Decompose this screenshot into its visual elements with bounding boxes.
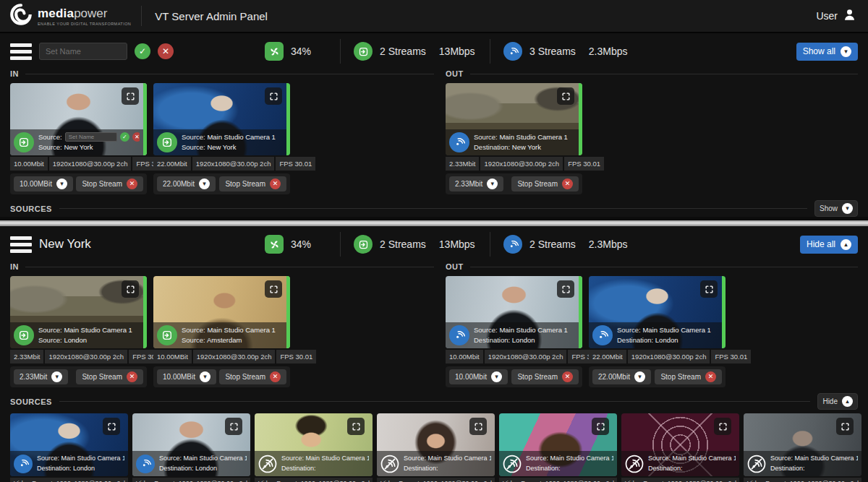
- in-streams-summary: 2 Streams13Mbps: [341, 42, 490, 61]
- mediapower-logo: mediapower ENABLE YOUR DIGITAL TRANSFORM…: [0, 0, 141, 32]
- user-label: User: [816, 10, 838, 22]
- cancel-source-name-icon[interactable]: ✕: [132, 132, 140, 142]
- stop-x-icon: ✕: [270, 178, 281, 189]
- cpu-usage: 34%: [265, 42, 340, 61]
- source-name-input[interactable]: [65, 132, 117, 142]
- cancel-name-button[interactable]: ✕: [158, 43, 174, 59]
- app-header: mediapower ENABLE YOUR DIGITAL TRANSFORM…: [0, 0, 868, 33]
- server-menu-icon[interactable]: [10, 43, 32, 60]
- fullscreen-icon[interactable]: [347, 418, 365, 435]
- bitrate-select[interactable]: 10.00Mbit▾: [449, 369, 508, 384]
- video-thumbnail: Source: Main Studio Camera 12 Destinatio…: [255, 413, 373, 476]
- fullscreen-icon[interactable]: [469, 418, 487, 435]
- user-menu[interactable]: User: [804, 8, 868, 24]
- video-overlay: Source: Main Studio Camera 12 Destinatio…: [255, 451, 373, 476]
- stream-stats: 10.00MBit 1920x1080@30.00p 2ch FPS 30.01: [153, 350, 290, 363]
- stream-out-icon: [503, 235, 522, 254]
- show-sources-button[interactable]: Show▾: [814, 200, 858, 217]
- video-format: Video Format: 1920x1080@30.00p 2ch: [377, 478, 495, 482]
- fullscreen-icon[interactable]: [265, 87, 282, 105]
- fullscreen-icon[interactable]: [122, 280, 139, 298]
- confirm-name-button[interactable]: ✓: [135, 43, 150, 59]
- bitrate-select[interactable]: 10.00MBit▾: [157, 369, 216, 384]
- format-stat: 1920x1080@30.00p 2ch: [49, 157, 132, 171]
- fullscreen-icon[interactable]: [700, 280, 718, 298]
- server-bar: ✓ ✕ 34% 2 Streams13Mbps 3 Streams2.3Mbps…: [10, 35, 858, 68]
- bitrate-select[interactable]: 2.33Mbit▾: [14, 369, 68, 384]
- fullscreen-icon[interactable]: [557, 280, 574, 298]
- fullscreen-icon[interactable]: [265, 280, 282, 298]
- fps-stat: FPS 30.01: [711, 350, 751, 363]
- stream-card: Source: Main Studio Camera 1 Source: New…: [153, 83, 290, 194]
- no-signal-icon: [380, 455, 399, 473]
- stream-controls: 10.00MBit▾ Stop Stream✕: [153, 366, 290, 387]
- show-all-button[interactable]: Show all ▾: [796, 43, 858, 61]
- stream-in-icon: [14, 325, 34, 345]
- source-card: Source: Main Studio Camera 12 Destinatio…: [255, 413, 373, 482]
- bitrate-stat: 10.00MBit: [153, 350, 192, 363]
- video-overlay: Source: Main Studio Camera 12 Destinatio…: [621, 451, 739, 476]
- bitrate-select[interactable]: 22.00Mbit▾: [592, 369, 651, 384]
- fullscreen-icon[interactable]: [836, 418, 854, 435]
- fps-stat: FPS 30.01: [564, 157, 604, 171]
- active-stream-strip: [143, 83, 147, 155]
- sources-header: SOURCES Hide▴: [10, 393, 858, 410]
- hide-sources-button[interactable]: Hide▴: [817, 393, 858, 410]
- sources-header: SOURCES Show▾: [10, 200, 858, 217]
- fullscreen-icon[interactable]: [592, 418, 609, 435]
- fullscreen-icon[interactable]: [103, 418, 120, 435]
- video-thumbnail: Source: Main Studio Camera 12 Destinatio…: [744, 413, 861, 476]
- stop-stream-button[interactable]: Stop Stream✕: [511, 176, 579, 191]
- hide-all-button[interactable]: Hide all ▴: [800, 236, 858, 254]
- out-section-label: OUT: [446, 69, 464, 78]
- stop-stream-button[interactable]: Stop Stream✕: [219, 369, 286, 384]
- video-overlay: Source: Main Studio Camera 1 Destination…: [589, 322, 722, 349]
- video-overlay: Source: Main Studio Camera 12 Destinatio…: [10, 451, 128, 476]
- bitrate-select[interactable]: 2.33Mbit▾: [449, 176, 503, 191]
- fps-stat: FPS 30.01: [276, 350, 316, 363]
- video-thumbnail: Source: Main Studio Camera 1 Destination…: [589, 276, 726, 348]
- video-thumbnail: Source: Main Studio Camera 1 Source: Ams…: [153, 276, 290, 348]
- video-thumbnail: Source: Main Studio Camera 12 Destinatio…: [132, 413, 250, 476]
- bitrate-select[interactable]: 22.00Mbit▾: [157, 176, 216, 191]
- stop-stream-button[interactable]: Stop Stream✕: [511, 369, 579, 384]
- video-thumbnail: Source: Main Studio Camera 1 Source: Lon…: [10, 276, 147, 348]
- active-stream-strip: [286, 83, 290, 155]
- stop-stream-button[interactable]: Stop Stream✕: [76, 176, 143, 191]
- stream-stats: 10.00Mbit 1920x1080@30.00p 2ch FPS 30.01: [446, 350, 582, 363]
- chevron-down-icon: ▾: [51, 371, 62, 382]
- stream-out-icon: [136, 455, 155, 473]
- active-stream-strip: [579, 276, 582, 348]
- active-stream-strip: [579, 83, 582, 155]
- video-overlay: Source: Main Studio Camera 12 Destinatio…: [744, 451, 861, 476]
- source-card: Source: Main Studio Camera 12 Destinatio…: [499, 413, 617, 482]
- server-name-input[interactable]: [39, 43, 127, 60]
- user-icon: [843, 8, 856, 24]
- cpu-fan-icon: [265, 235, 284, 254]
- server-menu-icon[interactable]: [10, 236, 32, 253]
- chevron-down-icon: ▾: [842, 203, 853, 214]
- stream-controls: 22.00Mbit▾ Stop Stream✕: [153, 173, 290, 194]
- video-format: Video Format: 1920x1080@30.00p 2ch: [621, 478, 739, 482]
- stream-controls: 10.00Mbit▾ Stop Stream✕: [446, 366, 582, 387]
- stream-in-icon: [354, 235, 373, 254]
- stop-stream-button[interactable]: Stop Stream✕: [655, 369, 722, 384]
- video-thumbnail: Source: Main Studio Camera 12 Destinatio…: [377, 413, 495, 476]
- fullscreen-icon[interactable]: [225, 418, 242, 435]
- stream-out-icon: [449, 325, 469, 345]
- confirm-source-name-icon[interactable]: ✓: [120, 132, 129, 142]
- stream-card: Source: Main Studio Camera 1 Source: Ams…: [153, 276, 290, 387]
- chevron-down-icon: ▾: [200, 371, 210, 382]
- stop-x-icon: ✕: [562, 178, 573, 189]
- video-overlay: Source: Main Studio Camera 12 Destinatio…: [377, 451, 495, 476]
- stream-out-icon: [14, 455, 33, 473]
- stop-stream-button[interactable]: Stop Stream✕: [76, 369, 143, 384]
- fullscreen-icon[interactable]: [122, 87, 139, 105]
- bitrate-stat: 22.00Mbit: [589, 350, 626, 363]
- stop-stream-button[interactable]: Stop Stream✕: [219, 176, 286, 191]
- fullscreen-icon[interactable]: [557, 87, 574, 105]
- fullscreen-icon[interactable]: [714, 418, 731, 435]
- header-divider: [141, 6, 142, 26]
- bitrate-select[interactable]: 10.00MBit▾: [14, 176, 73, 191]
- server-divider: [0, 220, 868, 226]
